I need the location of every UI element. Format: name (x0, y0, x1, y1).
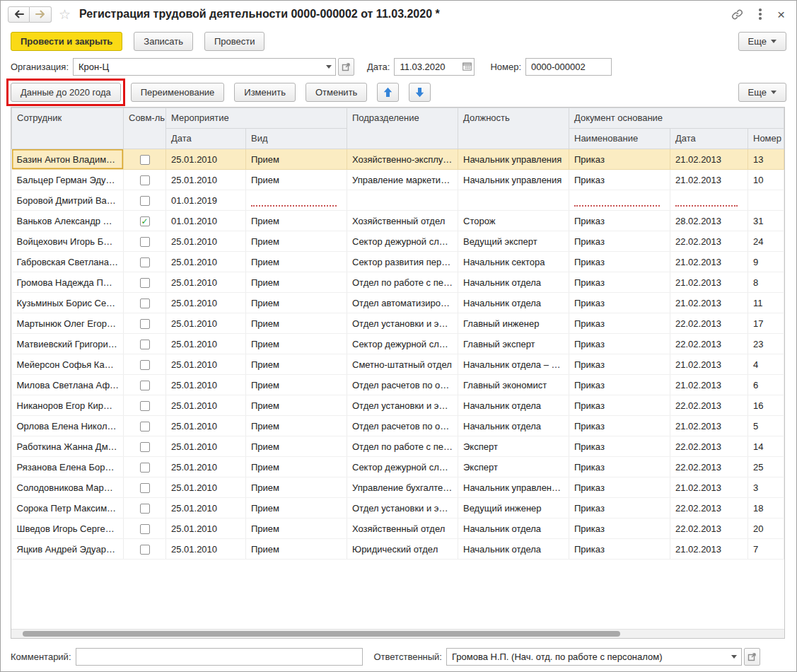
event-date-cell[interactable]: 25.01.2010 (166, 149, 246, 170)
department-cell[interactable]: Отдел автоматизиро… (347, 293, 458, 313)
doc-date-cell[interactable]: 22.02.2013 (670, 334, 748, 354)
concurrent-checkbox[interactable] (140, 401, 150, 411)
column-header-event-date[interactable]: Дата (166, 129, 246, 149)
event-date-cell[interactable]: 25.01.2010 (166, 334, 246, 354)
event-date-cell[interactable]: 25.01.2010 (166, 252, 246, 272)
event-kind-cell[interactable]: Прием (246, 375, 347, 395)
doc-name-cell[interactable]: Приказ (569, 375, 670, 395)
column-header-employee[interactable]: Сотрудник (12, 108, 124, 149)
table-row[interactable]: Сорока Петр Максим…25.01.2010ПриемОтдел … (12, 498, 784, 519)
event-kind-cell[interactable]: Прием (246, 416, 347, 436)
event-date-cell[interactable]: 25.01.2010 (166, 539, 246, 560)
event-date-cell[interactable]: 25.01.2010 (166, 272, 246, 293)
employee-cell[interactable]: Боровой Дмитрий Ва… (12, 190, 124, 211)
comment-input[interactable] (76, 648, 363, 666)
table-row[interactable]: Ваньков Александр …✓01.01.2010ПриемХозяй… (12, 211, 784, 231)
table-row[interactable]: Матвиевский Григори…25.01.2010ПриемСекто… (12, 334, 784, 354)
concurrent-checkbox[interactable] (140, 463, 150, 473)
position-cell[interactable]: Эксперт (458, 436, 569, 457)
position-cell[interactable]: Начальник управлен… (458, 477, 569, 498)
doc-date-cell[interactable]: 21.02.2013 (670, 272, 748, 293)
doc-date-cell[interactable]: 22.02.2013 (670, 313, 748, 334)
department-cell[interactable]: Сметно-штатный отдел (347, 354, 458, 375)
position-cell[interactable]: Главный эксперт (458, 334, 569, 354)
close-icon[interactable]: × (777, 8, 785, 21)
responsible-combo[interactable] (446, 648, 742, 666)
number-input[interactable] (525, 58, 612, 76)
concurrent-cell[interactable] (124, 477, 166, 498)
doc-name-cell[interactable]: Приказ (569, 272, 670, 293)
change-button[interactable]: Изменить (234, 83, 296, 102)
doc-name-cell[interactable]: Приказ (569, 334, 670, 354)
event-date-cell[interactable]: 25.01.2010 (166, 170, 246, 190)
position-cell[interactable] (458, 190, 569, 211)
position-cell[interactable]: Главный экономист (458, 375, 569, 395)
doc-number-cell[interactable]: 5 (748, 416, 784, 436)
concurrent-cell[interactable] (124, 334, 166, 354)
position-cell[interactable]: Ведущий эксперт (458, 231, 569, 252)
concurrent-checkbox[interactable] (140, 360, 150, 370)
department-cell[interactable] (347, 190, 458, 211)
event-date-cell[interactable]: 01.01.2010 (166, 211, 246, 231)
position-cell[interactable]: Эксперт (458, 457, 569, 477)
concurrent-checkbox[interactable] (140, 278, 150, 288)
concurrent-cell[interactable] (124, 190, 166, 211)
department-cell[interactable]: Сектор дежурной сл… (347, 457, 458, 477)
doc-date-cell[interactable]: 21.02.2013 (670, 539, 748, 560)
concurrent-cell[interactable] (124, 539, 166, 560)
event-date-cell[interactable]: 25.01.2010 (166, 375, 246, 395)
table-row[interactable]: Яцкив Андрей Эдуар…25.01.2010ПриемЮридич… (12, 539, 784, 560)
department-cell[interactable]: Отдел по работе с пе… (347, 272, 458, 293)
table-row[interactable]: Орлова Елена Никол…25.01.2010ПриемОтдел … (12, 416, 784, 436)
date-calendar-button[interactable] (460, 59, 474, 75)
cancel-button[interactable]: Отменить (306, 83, 367, 102)
employee-cell[interactable]: Базин Антон Владим… (12, 149, 124, 170)
column-header-doc-name[interactable]: Наименование (569, 129, 670, 149)
column-header-doc-date[interactable]: Дата (670, 129, 748, 149)
doc-date-cell[interactable]: 22.02.2013 (670, 457, 748, 477)
department-cell[interactable]: Хозяйственный отдел (347, 211, 458, 231)
department-cell[interactable]: Сектор дежурной сл… (347, 334, 458, 354)
event-kind-cell[interactable]: Прием (246, 293, 347, 313)
concurrent-checkbox[interactable]: ✓ (140, 216, 150, 226)
doc-date-cell[interactable]: 21.02.2013 (670, 354, 748, 375)
employee-cell[interactable]: Шведов Игорь Серге… (12, 519, 124, 539)
event-kind-cell[interactable]: Прием (246, 149, 347, 170)
employee-cell[interactable]: Мартынюк Олег Егор… (12, 313, 124, 334)
position-cell[interactable]: Начальник отдела – … (458, 354, 569, 375)
event-date-cell[interactable]: 25.01.2010 (166, 477, 246, 498)
doc-number-cell[interactable]: 4 (748, 354, 784, 375)
event-kind-cell[interactable]: Прием (246, 477, 347, 498)
doc-date-cell[interactable] (670, 190, 748, 211)
event-date-cell[interactable]: 25.01.2010 (166, 293, 246, 313)
doc-date-cell[interactable]: 22.02.2013 (670, 395, 748, 416)
doc-name-cell[interactable]: Приказ (569, 416, 670, 436)
concurrent-checkbox[interactable] (140, 545, 150, 555)
event-kind-cell[interactable]: Прием (246, 231, 347, 252)
event-kind-cell[interactable]: Прием (246, 395, 347, 416)
doc-number-cell[interactable]: 3 (748, 477, 784, 498)
employee-cell[interactable]: Орлова Елена Никол… (12, 416, 124, 436)
table-row[interactable]: Войцехович Игорь Б…25.01.2010ПриемСектор… (12, 231, 784, 252)
table-row[interactable]: Солодовникова Мар…25.01.2010ПриемУправле… (12, 477, 784, 498)
event-kind-cell[interactable]: Прием (246, 170, 347, 190)
event-date-cell[interactable]: 25.01.2010 (166, 498, 246, 519)
rename-button[interactable]: Переименование (131, 83, 225, 102)
doc-date-cell[interactable]: 22.02.2013 (670, 498, 748, 519)
employee-cell[interactable]: Яцкив Андрей Эдуар… (12, 539, 124, 560)
event-kind-cell[interactable]: Прием (246, 313, 347, 334)
employee-cell[interactable]: Мейерсон Софья Ка… (12, 354, 124, 375)
doc-date-cell[interactable]: 21.02.2013 (670, 293, 748, 313)
doc-number-cell[interactable]: 13 (748, 149, 784, 170)
event-date-cell[interactable]: 25.01.2010 (166, 436, 246, 457)
concurrent-checkbox[interactable] (140, 237, 150, 247)
position-cell[interactable]: Начальник сектора (458, 252, 569, 272)
forward-button[interactable] (30, 6, 52, 23)
doc-number-cell[interactable]: 8 (748, 272, 784, 293)
concurrent-cell[interactable] (124, 498, 166, 519)
concurrent-cell[interactable] (124, 416, 166, 436)
table-row[interactable]: Громова Надежда П…25.01.2010ПриемОтдел п… (12, 272, 784, 293)
concurrent-cell[interactable] (124, 170, 166, 190)
position-cell[interactable]: Начальник отдела (458, 272, 569, 293)
concurrent-checkbox[interactable] (140, 504, 150, 514)
